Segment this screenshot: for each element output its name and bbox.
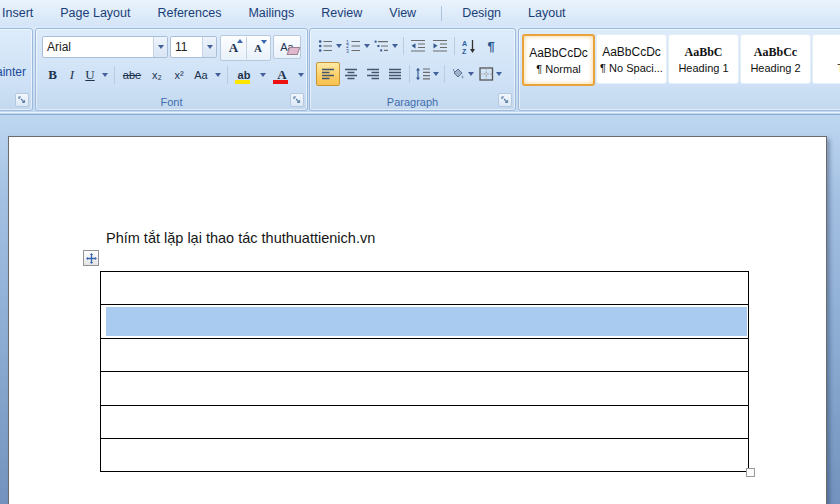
decrease-indent-button[interactable] — [407, 35, 429, 57]
grow-font-button[interactable]: A — [221, 36, 246, 60]
tab-design[interactable]: Design — [450, 1, 513, 26]
table-row[interactable] — [101, 272, 748, 305]
font-name-combobox[interactable]: Arial — [42, 36, 168, 58]
clear-formatting-button[interactable]: Aa — [273, 35, 301, 59]
tab-view[interactable]: View — [377, 1, 428, 26]
down-arrow-icon — [261, 40, 267, 44]
style-sample: AaBbCcDc — [602, 45, 661, 59]
chevron-down-icon — [468, 72, 474, 76]
tab-layout[interactable]: Layout — [516, 1, 578, 26]
table-row[interactable] — [101, 406, 748, 439]
align-left-icon — [321, 68, 335, 80]
font-size-combobox[interactable]: 11 — [170, 36, 217, 58]
separator — [114, 66, 115, 84]
style-sample: AaBbCcDc — [529, 46, 588, 60]
italic-button[interactable]: I — [63, 63, 81, 87]
format-painter-button[interactable]: Format Painter — [0, 65, 26, 79]
text-highlight-color-button[interactable]: ab — [231, 63, 257, 87]
font-size-value: 11 — [171, 40, 202, 54]
table-row[interactable] — [101, 439, 748, 471]
show-hide-formatting-button[interactable]: ¶ — [480, 35, 502, 57]
separator — [409, 65, 410, 83]
up-arrow-icon — [237, 39, 243, 43]
bold-button[interactable]: B — [42, 63, 63, 87]
style-name: Heading 1 — [678, 62, 728, 74]
chevron-down-icon — [260, 73, 266, 77]
align-center-icon — [344, 68, 358, 80]
subscript-button[interactable]: x₂ — [146, 63, 168, 87]
style-heading-2[interactable]: AaBbCc Heading 2 — [740, 34, 811, 84]
paragraph-group-label: Paragraph — [310, 96, 515, 108]
line-spacing-button[interactable] — [413, 63, 441, 85]
document-text-line[interactable]: Phím tắt lặp lại thao tác thuthuattienic… — [106, 230, 375, 246]
font-color-button[interactable]: A — [269, 63, 295, 87]
font-color-dropdown[interactable] — [295, 63, 307, 87]
highlight-color-bar — [235, 80, 250, 84]
font-name-dropdown[interactable] — [153, 37, 167, 57]
underline-button[interactable]: U — [81, 63, 99, 87]
dialog-launcher-icon — [18, 96, 26, 104]
chevron-down-icon — [336, 44, 342, 48]
font-size-dropdown[interactable] — [202, 37, 216, 57]
multilevel-list-button[interactable] — [372, 35, 400, 57]
table-resize-handle[interactable] — [746, 468, 755, 477]
table-move-handle[interactable] — [83, 250, 99, 266]
style-no-spacing[interactable]: AaBbCcDc ¶ No Spaci... — [596, 34, 667, 84]
table-row[interactable] — [101, 372, 748, 406]
style-heading-1[interactable]: AaBbC Heading 1 — [668, 34, 739, 84]
paragraph-group: 123 — [309, 28, 516, 111]
line-spacing-icon — [415, 67, 431, 81]
chevron-down-icon — [207, 45, 213, 49]
align-right-button[interactable] — [362, 63, 384, 85]
style-name: ¶ No Spaci... — [600, 62, 663, 74]
align-center-button[interactable] — [340, 63, 362, 85]
multilevel-list-icon — [374, 39, 390, 53]
table-row[interactable] — [101, 339, 748, 372]
font-group-label: Font — [36, 96, 307, 108]
eraser-icon — [287, 47, 301, 55]
separator — [444, 65, 445, 83]
tab-mailings[interactable]: Mailings — [236, 1, 306, 26]
style-sample: AaBbC — [684, 45, 722, 59]
paragraph-dialog-launcher[interactable] — [498, 93, 512, 107]
numbering-button[interactable]: 123 — [344, 35, 372, 57]
tab-insert[interactable]: Insert — [0, 1, 45, 26]
tab-review[interactable]: Review — [309, 1, 374, 26]
strikethrough-button[interactable]: abe — [118, 63, 146, 87]
increase-indent-button[interactable] — [429, 35, 451, 57]
clipboard-dialog-launcher[interactable] — [15, 93, 29, 107]
separator — [403, 37, 404, 55]
superscript-button[interactable]: x² — [168, 63, 190, 87]
bullet-list-icon — [318, 39, 334, 53]
increase-indent-icon — [432, 39, 448, 53]
change-case-button[interactable]: Aa — [190, 63, 212, 87]
shrink-font-button[interactable]: A — [246, 36, 270, 60]
shading-button[interactable] — [448, 63, 476, 85]
document-area: Phím tắt lặp lại thao tác thuthuattienic… — [0, 115, 840, 504]
change-case-dropdown[interactable] — [212, 63, 224, 87]
style-title[interactable]: Aa Title — [812, 34, 840, 84]
table-row[interactable] — [101, 305, 748, 339]
font-color-bar — [273, 80, 288, 84]
style-normal[interactable]: AaBbCcDc ¶ Normal — [522, 34, 595, 86]
chevron-down-icon — [102, 73, 108, 77]
paint-bucket-icon — [450, 67, 466, 81]
paragraph-row-2 — [316, 62, 504, 86]
dialog-launcher-icon — [501, 96, 509, 104]
sort-button[interactable]: A Z — [458, 35, 480, 57]
borders-button[interactable] — [476, 63, 504, 85]
tab-references[interactable]: References — [145, 1, 233, 26]
separator — [454, 37, 455, 55]
bullets-button[interactable] — [316, 35, 344, 57]
document-page[interactable]: Phím tắt lặp lại thao tác thuthuattienic… — [8, 136, 827, 504]
underline-dropdown[interactable] — [99, 63, 111, 87]
font-dialog-launcher[interactable] — [290, 93, 304, 107]
align-left-button[interactable] — [316, 62, 340, 86]
align-right-icon — [366, 68, 380, 80]
justify-button[interactable] — [384, 63, 406, 85]
document-table[interactable] — [100, 271, 749, 472]
tab-page-layout[interactable]: Page Layout — [48, 1, 142, 26]
highlight-dropdown[interactable] — [257, 63, 269, 87]
styles-group: AaBbCcDc ¶ Normal AaBbCcDc ¶ No Spaci...… — [518, 28, 840, 111]
chevron-down-icon — [298, 73, 304, 77]
